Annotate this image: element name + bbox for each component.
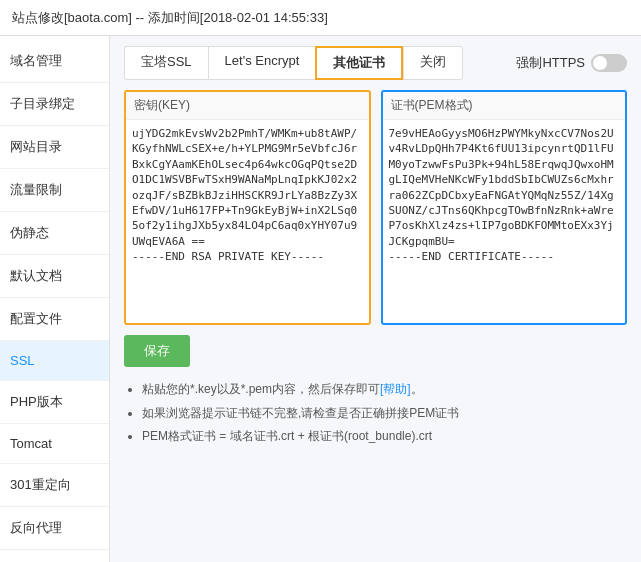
- note-item-1: 粘贴您的*.key以及*.pem内容，然后保存即可[帮助]。: [142, 379, 627, 401]
- note-item-3: PEM格式证书 = 域名证书.crt + 根证书(root_bundle).cr…: [142, 426, 627, 448]
- sidebar-item-pseudo[interactable]: 伪静态: [0, 212, 109, 255]
- sidebar-item-sitedir[interactable]: 网站目录: [0, 126, 109, 169]
- tab-other-cert[interactable]: 其他证书: [315, 46, 403, 80]
- sidebar-item-subdomain[interactable]: 子目录绑定: [0, 83, 109, 126]
- sidebar: 域名管理子目录绑定网站目录流量限制伪静态默认文档配置文件SSLPHP版本Tomc…: [0, 36, 110, 562]
- sidebar-item-domain[interactable]: 域名管理: [0, 40, 109, 83]
- sidebar-item-redirect[interactable]: 301重定向: [0, 464, 109, 507]
- tab-close[interactable]: 关闭: [403, 46, 463, 80]
- force-https-control: 强制HTTPS: [516, 54, 627, 72]
- sidebar-item-hotlink[interactable]: 防盗链: [0, 550, 109, 562]
- save-button[interactable]: 保存: [124, 335, 190, 367]
- top-controls: 宝塔SSL Let's Encrypt 其他证书 关闭 强制HTTPS: [124, 46, 627, 80]
- title-text: 站点修改[baota.com] -- 添加时间[2018-02-01 14:55…: [12, 9, 328, 27]
- tab-baota-ssl[interactable]: 宝塔SSL: [124, 46, 208, 80]
- sidebar-item-php[interactable]: PHP版本: [0, 381, 109, 424]
- notes-section: 粘贴您的*.key以及*.pem内容，然后保存即可[帮助]。 如果浏览器提示证书…: [124, 379, 627, 448]
- help-link[interactable]: [帮助]: [380, 382, 411, 396]
- force-https-label: 强制HTTPS: [516, 54, 585, 72]
- sidebar-item-flow[interactable]: 流量限制: [0, 169, 109, 212]
- key-textarea[interactable]: ujYDG2mkEvsWv2b2PmhT/WMKm+ub8tAWP/KGyfhN…: [126, 120, 369, 320]
- cert-panels: 密钥(KEY) ujYDG2mkEvsWv2b2PmhT/WMKm+ub8tAW…: [124, 90, 627, 325]
- sidebar-item-proxy[interactable]: 反向代理: [0, 507, 109, 550]
- sidebar-item-config[interactable]: 配置文件: [0, 298, 109, 341]
- key-panel: 密钥(KEY) ujYDG2mkEvsWv2b2PmhT/WMKm+ub8tAW…: [124, 90, 371, 325]
- title-bar: 站点修改[baota.com] -- 添加时间[2018-02-01 14:55…: [0, 0, 641, 36]
- main-layout: 域名管理子目录绑定网站目录流量限制伪静态默认文档配置文件SSLPHP版本Tomc…: [0, 36, 641, 562]
- cert-textarea[interactable]: 7e9vHEAoGyysMO6HzPWYMkyNxcCV7Nos2Uv4RvLD…: [383, 120, 626, 320]
- tabs: 宝塔SSL Let's Encrypt 其他证书 关闭: [124, 46, 516, 80]
- cert-panel: 证书(PEM格式) 7e9vHEAoGyysMO6HzPWYMkyNxcCV7N…: [381, 90, 628, 325]
- sidebar-item-tomcat[interactable]: Tomcat: [0, 424, 109, 464]
- tab-lets-encrypt[interactable]: Let's Encrypt: [208, 46, 316, 80]
- sidebar-item-ssl[interactable]: SSL: [0, 341, 109, 381]
- cert-panel-header: 证书(PEM格式): [383, 92, 626, 120]
- force-https-toggle[interactable]: [591, 54, 627, 72]
- note-item-2: 如果浏览器提示证书链不完整,请检查是否正确拼接PEM证书: [142, 403, 627, 425]
- sidebar-item-default[interactable]: 默认文档: [0, 255, 109, 298]
- key-panel-header: 密钥(KEY): [126, 92, 369, 120]
- content-area: 宝塔SSL Let's Encrypt 其他证书 关闭 强制HTTPS 密钥(K…: [110, 36, 641, 562]
